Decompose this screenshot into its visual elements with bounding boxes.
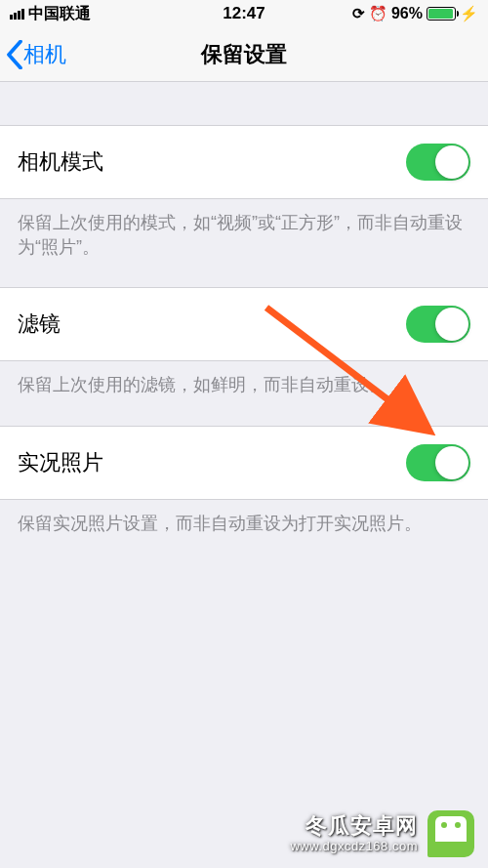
row-camera-mode: 相机模式 xyxy=(0,125,488,199)
charging-icon: ⚡ xyxy=(460,5,478,22)
status-bar: 中国联通 12:47 ⟳ ⏰ 96% ⚡ xyxy=(0,0,488,27)
chevron-left-icon xyxy=(6,40,23,69)
alarm-icon: ⏰ xyxy=(369,5,387,22)
watermark-logo-icon xyxy=(427,810,474,857)
back-button[interactable]: 相机 xyxy=(6,27,66,81)
row-filter: 滤镜 xyxy=(0,287,488,361)
footer-filter: 保留上次使用的滤镜，如鲜明，而非自动重设。 xyxy=(0,361,488,397)
watermark: 冬瓜安卓网 www.dgxcdz168.com xyxy=(0,800,488,868)
carrier-label: 中国联通 xyxy=(28,4,91,24)
page-title: 保留设置 xyxy=(201,40,287,69)
status-right: ⟳ ⏰ 96% ⚡ xyxy=(352,5,478,22)
battery-icon xyxy=(427,7,456,21)
row-label-filter: 滤镜 xyxy=(18,310,61,339)
battery-percent: 96% xyxy=(391,5,423,22)
toggle-camera-mode[interactable] xyxy=(406,144,470,181)
footer-camera-mode: 保留上次使用的模式，如“视频”或“正方形”，而非自动重设为“照片”。 xyxy=(0,199,488,260)
signal-icon xyxy=(10,9,24,20)
footer-live-photo: 保留实况照片设置，而非自动重设为打开实况照片。 xyxy=(0,500,488,536)
row-label-live-photo: 实况照片 xyxy=(18,448,103,477)
row-live-photo: 实况照片 xyxy=(0,426,488,500)
status-left: 中国联通 xyxy=(10,4,91,24)
lock-icon: ⟳ xyxy=(352,5,365,22)
toggle-filter[interactable] xyxy=(406,306,470,343)
back-label: 相机 xyxy=(23,40,66,69)
watermark-url: www.dgxcdz168.com xyxy=(290,839,418,854)
nav-bar: 相机 保留设置 xyxy=(0,27,488,82)
toggle-live-photo[interactable] xyxy=(406,444,470,481)
row-label-camera-mode: 相机模式 xyxy=(18,147,103,177)
watermark-title: 冬瓜安卓网 xyxy=(290,813,418,839)
